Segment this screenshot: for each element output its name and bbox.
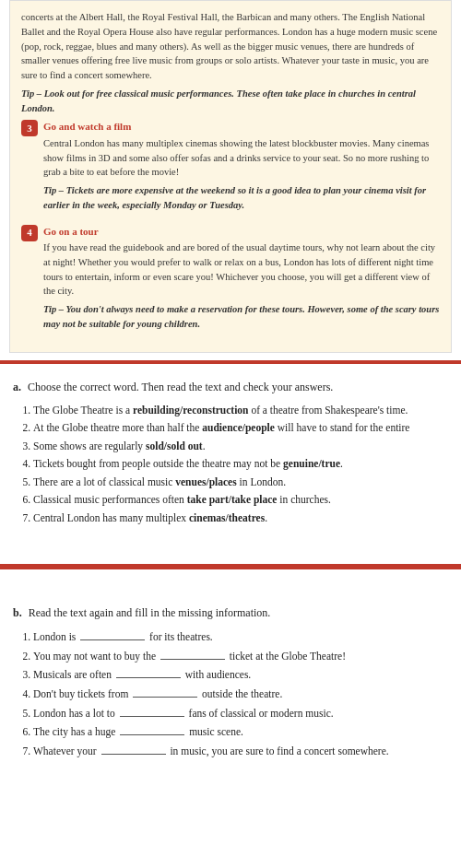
item-tip-4: Tip – You don't always need to make a re… [43,302,440,332]
item-options: audience/people [202,422,275,433]
item-post: ticket at the Globe Theatre! [227,651,346,662]
item-post: in London. [237,476,286,487]
item-post: . [340,458,343,469]
item-body-3: Central London has many multiplex cinema… [43,136,440,180]
item-pre: The Globe Theatre is a [33,405,133,416]
passage-intro-tip: Tip – Look out for free classical music … [21,87,440,116]
item-pre: Tickets bought from people outside the t… [33,458,283,469]
passage-item-4: 4 Go on a tour If you have read the guid… [21,224,440,335]
section-b: b. Read the text again and fill in the m… [0,597,461,769]
blank-4[interactable] [133,685,197,698]
item-pre: Musicals are often [33,669,114,680]
list-item: There are a lot of classical music venue… [33,474,448,492]
list-item: Classical music performances often take … [33,491,448,510]
page: concerts at the Albert Hall, the Royal F… [0,0,461,868]
item-options: sold/sold out [146,440,203,452]
item-pre: You may not want to buy the [33,651,159,662]
section-a-list: The Globe Theatre is a rebuilding/recons… [33,402,448,528]
item-post: in music, you are sure to find a concert… [168,745,389,757]
item-pre: London has a lot to [33,708,118,719]
item-content-3: Go and watch a film Central London has m… [43,119,440,216]
spacer-2 [0,579,461,597]
bottom-divider [0,564,461,569]
item-options: venues/places [175,476,236,487]
item-heading-4: Go on a tour [43,224,440,240]
item-post: outside the theatre. [199,688,282,699]
list-item: Musicals are often with audiences. [33,665,448,685]
item-pre: Classical music performances often [33,494,187,505]
item-options: rebuilding/reconstruction [133,405,248,416]
item-tip-3: Tip – Tickets are more expensive at the … [43,183,440,213]
top-divider [0,360,461,364]
item-pre: Don't buy tickets from [33,688,131,699]
section-b-list: London is for its theatres. You may not … [33,628,448,760]
list-item: At the Globe theatre more than half the … [33,419,448,438]
blank-7[interactable] [101,742,166,755]
item-post: . [203,440,206,452]
item-post: will have to stand for the entire [275,422,410,433]
section-b-instruction: Read the text again and fill in the miss… [29,606,271,619]
list-item: The city has a huge music scene. [33,722,448,742]
item-post: in churches. [277,494,330,505]
blank-6[interactable] [120,722,184,735]
item-options: genuine/true [283,458,340,469]
item-badge-3: 3 [21,120,38,136]
item-content-4: Go on a tour If you have read the guideb… [43,224,440,335]
item-pre: The city has a huge [33,726,118,737]
section-a-instruction: Choose the correct word. Then read the t… [28,381,333,393]
passage-section: concerts at the Albert Hall, the Royal F… [9,0,452,353]
passage-item-3: 3 Go and watch a film Central London has… [21,119,440,216]
section-b-header: b. Read the text again and fill in the m… [13,606,448,620]
spacer-1 [0,536,461,555]
item-heading-3: Go and watch a film [43,119,440,135]
section-a-header: a. Choose the correct word. Then read th… [13,381,448,394]
section-a: a. Choose the correct word. Then read th… [0,371,461,537]
blank-5[interactable] [120,704,184,717]
item-options: take part/take place [187,494,278,505]
item-post: . [265,512,267,523]
item-post: fans of classical or modern music. [186,708,334,719]
item-options: cinemas/theatres [189,512,265,523]
item-post: with audiences. [183,669,251,680]
item-pre: Some shows are regularly [33,440,146,452]
item-badge-4: 4 [21,225,38,241]
item-pre: At the Globe theatre more than half the [33,422,202,433]
list-item: Some shows are regularly sold/sold out. [33,438,448,456]
item-pre: Central London has many multiplex [33,512,189,523]
list-item: You may not want to buy the ticket at th… [33,647,448,666]
list-item: The Globe Theatre is a rebuilding/recons… [33,402,448,420]
item-pre: London is [33,631,78,642]
list-item: London is for its theatres. [33,628,448,647]
list-item: Central London has many multiplex cinema… [33,510,448,528]
item-pre: Whatever your [33,745,100,757]
blank-1[interactable] [80,628,145,640]
list-item: Don't buy tickets from outside the theat… [33,685,448,704]
item-body-4: If you have read the guidebook and are b… [43,240,440,299]
item-pre: There are a lot of classical music [33,476,175,487]
item-post: of a theatre from Shakespeare's time. [249,405,408,416]
blank-2[interactable] [160,647,225,660]
blank-3[interactable] [116,665,181,678]
list-item: Tickets bought from people outside the t… [33,455,448,474]
item-post: for its theatres. [147,631,213,642]
item-post: music scene. [186,726,243,737]
list-item: Whatever your in music, you are sure to … [33,742,448,761]
section-a-label: a. [13,381,21,393]
section-b-label: b. [13,606,22,619]
list-item: London has a lot to fans of classical or… [33,704,448,723]
passage-intro: concerts at the Albert Hall, the Royal F… [21,10,440,83]
